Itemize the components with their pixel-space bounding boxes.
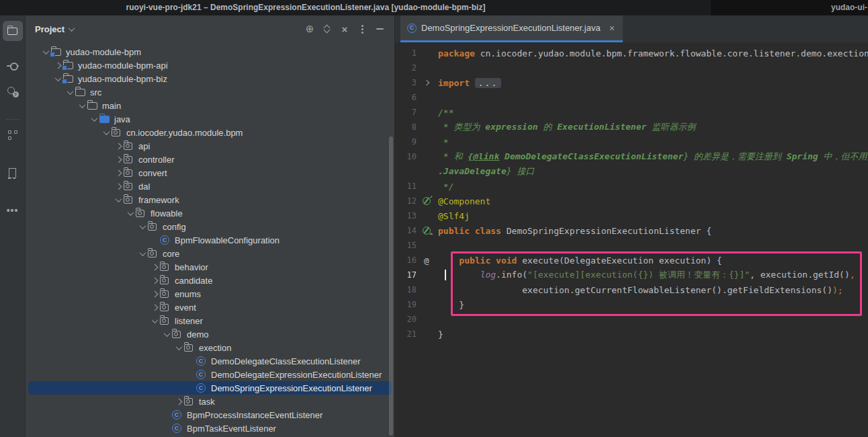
chevron-right-icon[interactable] xyxy=(151,277,158,284)
project-tool-button[interactable] xyxy=(3,21,23,41)
close-icon[interactable]: × xyxy=(609,23,615,34)
tree-item-label: task xyxy=(198,397,215,407)
chevron-down-icon[interactable] xyxy=(163,330,170,337)
tree-item[interactable]: CBpmProcessInstanceEventListener xyxy=(28,408,392,422)
chevron-right-icon[interactable] xyxy=(54,62,61,69)
tree-item[interactable]: candidate xyxy=(28,274,392,287)
folded-imports[interactable]: ... xyxy=(475,78,501,88)
chevron-right-icon[interactable] xyxy=(151,304,158,311)
chevron-down-icon[interactable] xyxy=(91,115,97,122)
more-tool-windows-button[interactable]: ••• xyxy=(3,200,23,221)
expand-all-button[interactable] xyxy=(319,21,335,37)
tree-item[interactable]: yudao-module-bpm-api xyxy=(28,58,392,72)
structure-tool-button[interactable] xyxy=(3,125,23,145)
chevron-right-icon[interactable] xyxy=(151,264,158,270)
locate-file-button[interactable]: ⊕ xyxy=(302,21,318,37)
tree-item-label: DemoDelegateClassExecutionListener xyxy=(210,356,361,366)
tree-item[interactable]: controller xyxy=(28,153,392,166)
gutter: 17 xyxy=(395,268,438,282)
chevron-down-icon[interactable] xyxy=(151,317,158,323)
code-token: DemoDelegateClassExecutionListener xyxy=(499,151,683,161)
tree-item[interactable]: convert xyxy=(28,166,392,180)
spring-bean-icon[interactable] xyxy=(423,227,431,235)
code-token: * 和 xyxy=(438,151,468,161)
chevron-down-icon[interactable] xyxy=(69,25,75,32)
tree-item[interactable]: yudao-module-bpm xyxy=(28,45,392,58)
chevron-down-icon[interactable] xyxy=(67,88,73,95)
chevron-down-icon[interactable] xyxy=(79,102,85,108)
fold-arrow-icon[interactable] xyxy=(424,80,429,85)
chevron-down-icon[interactable] xyxy=(42,48,49,54)
chevron-down-icon[interactable] xyxy=(139,223,146,229)
code-token: Spring xyxy=(787,151,818,161)
code-token: @Component xyxy=(438,196,490,206)
tree-item[interactable]: enums xyxy=(28,287,392,301)
code-token xyxy=(438,255,459,266)
tree-item[interactable]: exection xyxy=(28,341,392,354)
chevron-right-icon[interactable] xyxy=(115,143,122,149)
line-number: 11 xyxy=(395,182,417,191)
tree-item[interactable]: CBpmFlowableConfiguration xyxy=(28,233,392,247)
tree-item[interactable]: event xyxy=(28,301,392,314)
tree-item[interactable]: dal xyxy=(28,180,392,193)
chevron-right-icon[interactable] xyxy=(115,183,122,190)
tree-item-label: DemoDelegateExpressionExecutionListener xyxy=(210,370,382,380)
tree-item[interactable]: CBpmTaskEventListener xyxy=(28,422,392,435)
tree-item-label: controller xyxy=(137,155,174,165)
hide-panel-button[interactable] xyxy=(372,21,388,37)
background-window-title: yudao-ui- xyxy=(711,0,868,15)
tree-item[interactable]: java xyxy=(28,112,392,126)
tree-item[interactable]: src xyxy=(28,85,392,99)
package-icon xyxy=(184,398,193,405)
pull-requests-tool-button[interactable] xyxy=(3,81,23,102)
tree-item[interactable]: config xyxy=(28,220,392,233)
spring-bean-icon[interactable] xyxy=(423,197,431,205)
panel-options-button[interactable] xyxy=(354,21,370,37)
chevron-right-icon[interactable] xyxy=(115,156,122,163)
chevron-down-icon[interactable] xyxy=(127,209,134,216)
stripe-divider xyxy=(6,119,19,120)
code-token: "[execute][execution({}) 被调用！变量有：{}]" xyxy=(527,270,750,280)
code-token: {@link xyxy=(468,151,499,161)
commit-tool-button[interactable] xyxy=(3,56,23,76)
project-panel-header: Project ⊕ × xyxy=(26,15,394,42)
chevron-down-icon[interactable] xyxy=(103,128,110,135)
tree-item[interactable]: listener xyxy=(28,314,392,327)
tree-scrollbar[interactable] xyxy=(389,136,393,436)
tree-item[interactable]: api xyxy=(28,139,392,153)
annotation-gutter-icon[interactable]: @ xyxy=(424,255,429,266)
project-panel-title[interactable]: Project xyxy=(35,24,64,34)
class-icon: C xyxy=(160,235,169,245)
tree-item[interactable]: framework xyxy=(28,193,392,206)
chevron-right-icon[interactable] xyxy=(115,169,122,176)
tree-item[interactable]: cn.iocoder.yudao.module.bpm xyxy=(28,126,392,139)
code-editor[interactable]: 1package cn.iocoder.yudao.module.bpm.fra… xyxy=(395,42,868,437)
tree-item[interactable]: flowable xyxy=(28,206,392,220)
chevron-down-icon[interactable] xyxy=(54,75,61,81)
gutter: 6 xyxy=(395,90,438,105)
chevron-down-icon[interactable] xyxy=(115,196,122,202)
tree-item-label: exection xyxy=(198,343,231,353)
line-number: 14 xyxy=(395,226,417,235)
chevron-down-icon[interactable] xyxy=(175,344,182,350)
tree-item[interactable]: yudao-module-bpm-biz xyxy=(28,72,392,85)
chevron-down-icon[interactable] xyxy=(139,249,146,256)
tree-item[interactable]: CDemoDelegateExpressionExecutionListener xyxy=(28,368,392,381)
tree-item[interactable]: CDemoDelegateClassExecutionListener xyxy=(28,354,392,368)
tree-item-label: BpmProcessInstanceEventListener xyxy=(185,410,322,420)
gutter: 15 xyxy=(395,238,438,253)
tree-item[interactable]: demo xyxy=(28,327,392,341)
code-line: 20 xyxy=(395,312,868,327)
title-bar: ruoyi-vue-pro-jdk21 – DemoSpringExpressi… xyxy=(0,0,868,15)
tree-item[interactable]: CDemoSpringExpressionExecutionListener xyxy=(28,381,392,395)
tab-demospringexpressionexecutionlistener[interactable]: C DemoSpringExpressionExecutionListener.… xyxy=(400,15,623,42)
tree-item[interactable]: behavior xyxy=(28,260,392,274)
class-icon: C xyxy=(172,410,181,420)
bookmarks-tool-button[interactable] xyxy=(3,163,23,183)
tree-item[interactable]: main xyxy=(28,99,392,112)
tree-item[interactable]: core xyxy=(28,247,392,260)
collapse-all-button[interactable]: × xyxy=(337,21,353,37)
chevron-right-icon[interactable] xyxy=(151,290,158,297)
chevron-right-icon[interactable] xyxy=(175,398,182,405)
tree-item[interactable]: task xyxy=(28,395,392,408)
